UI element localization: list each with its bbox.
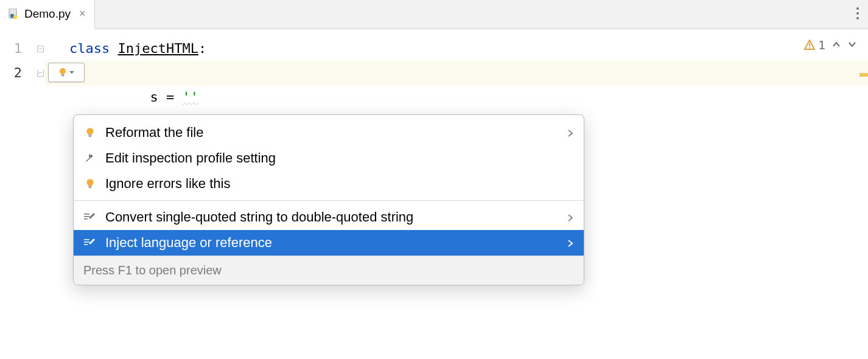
fold-toggle-icon[interactable]: − xyxy=(35,37,45,61)
colon: : xyxy=(198,41,206,56)
svg-point-2 xyxy=(13,15,17,18)
keyword: class xyxy=(69,41,110,56)
svg-point-4 xyxy=(856,12,859,15)
python-file-icon xyxy=(9,9,19,19)
warning-indicator[interactable]: 1 xyxy=(803,38,825,52)
menu-item-label: Ignore errors like this xyxy=(105,176,230,192)
svg-point-14 xyxy=(86,179,93,186)
inspection-summary: 1 xyxy=(803,38,857,52)
lightbulb-icon xyxy=(83,177,97,190)
menu-item-label: Convert single-quoted string to double-q… xyxy=(105,209,413,225)
svg-rect-9 xyxy=(809,43,810,46)
menu-item-label: Reformat the file xyxy=(105,125,203,141)
fold-gutter: − ⌐ xyxy=(35,29,45,359)
warning-count: 1 xyxy=(818,38,825,52)
wrench-icon xyxy=(83,152,97,165)
code-line[interactable]: s = '' xyxy=(45,61,868,85)
menu-item-convert-quotes[interactable]: Convert single-quoted string to double-q… xyxy=(74,204,584,230)
svg-point-11 xyxy=(86,128,93,134)
svg-point-3 xyxy=(856,7,859,10)
chevron-right-icon xyxy=(567,209,574,225)
next-highlight-icon[interactable] xyxy=(847,38,857,52)
svg-rect-20 xyxy=(84,239,89,240)
tab-bar-actions xyxy=(856,0,868,29)
chevron-right-icon xyxy=(567,125,574,141)
svg-point-5 xyxy=(856,17,859,19)
class-name: InjectHTML xyxy=(117,41,198,56)
svg-rect-15 xyxy=(88,186,92,186)
popup-hint-footer: Press F1 to open preview xyxy=(74,256,584,285)
svg-rect-7 xyxy=(61,74,65,75)
svg-rect-21 xyxy=(84,242,89,243)
more-vertical-icon[interactable] xyxy=(856,7,859,23)
svg-rect-10 xyxy=(809,47,810,49)
prev-highlight-icon[interactable] xyxy=(831,38,841,52)
svg-rect-13 xyxy=(89,136,92,137)
string-literal: '' xyxy=(182,89,198,105)
intention-bulb-button[interactable] xyxy=(48,63,85,82)
line-number: 1 xyxy=(0,37,35,61)
svg-rect-8 xyxy=(61,75,64,76)
warning-triangle-icon xyxy=(803,39,816,51)
svg-rect-12 xyxy=(88,134,92,135)
chevron-right-icon xyxy=(567,235,574,251)
line-number: 2 xyxy=(0,61,35,85)
menu-item-label: Inject language or reference xyxy=(105,235,272,251)
editor-tab[interactable]: Demo.py × xyxy=(0,0,95,29)
pencil-edit-icon xyxy=(83,236,97,249)
svg-point-6 xyxy=(60,68,66,74)
tab-close-icon[interactable]: × xyxy=(79,7,86,20)
svg-rect-18 xyxy=(84,216,89,217)
error-stripe[interactable] xyxy=(859,29,868,359)
menu-item-label: Edit inspection profile setting xyxy=(105,150,276,166)
intention-actions-popup: Reformat the file Edit inspection profil… xyxy=(73,114,584,285)
warning-marker[interactable] xyxy=(859,73,868,77)
menu-item-inject-language[interactable]: Inject language or reference xyxy=(74,230,584,256)
menu-item-edit-inspection-profile[interactable]: Edit inspection profile setting xyxy=(74,145,584,171)
pencil-edit-icon xyxy=(83,211,97,224)
line-number-gutter: 1 2 xyxy=(0,29,35,359)
menu-separator xyxy=(74,200,584,201)
code-line[interactable]: class InjectHTML: xyxy=(45,37,868,61)
lightbulb-icon xyxy=(58,68,68,77)
svg-rect-22 xyxy=(84,244,88,245)
tab-filename: Demo.py xyxy=(24,7,71,21)
fold-end-icon: ⌐ xyxy=(35,61,45,85)
menu-item-reformat-file[interactable]: Reformat the file xyxy=(74,120,584,145)
svg-rect-19 xyxy=(84,218,88,220)
code-editor[interactable]: 1 2 − ⌐ class InjectHTML: s = '' 1 Re xyxy=(0,29,868,359)
variable-name: s xyxy=(150,89,158,105)
dropdown-triangle-icon xyxy=(69,69,75,75)
tab-bar: Demo.py × xyxy=(0,0,868,29)
lightbulb-icon xyxy=(83,126,97,139)
menu-item-ignore-errors[interactable]: Ignore errors like this xyxy=(74,171,584,197)
svg-rect-17 xyxy=(84,214,89,215)
svg-rect-16 xyxy=(89,187,92,188)
